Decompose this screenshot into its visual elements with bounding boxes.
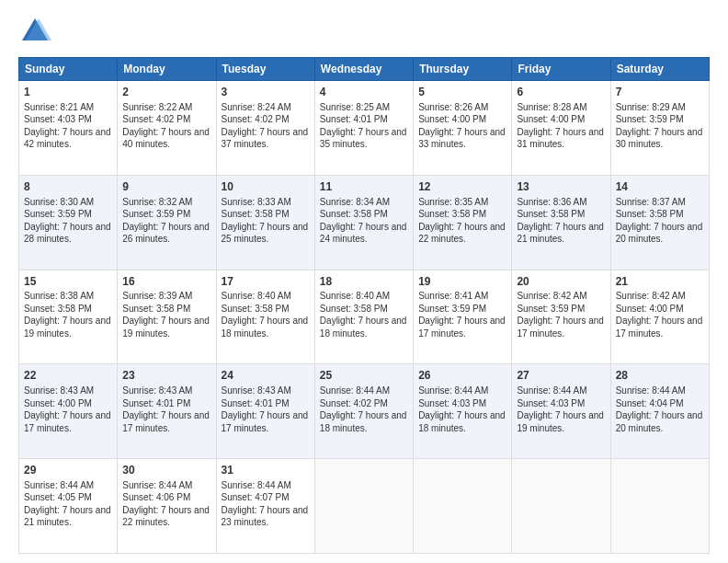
day-cell (314, 459, 413, 554)
day-number: 7 (616, 85, 704, 100)
cell-content: Sunrise: 8:44 AMSunset: 4:03 PMDaylight:… (517, 385, 605, 434)
day-cell (512, 459, 610, 554)
cell-content: Sunrise: 8:40 AMSunset: 3:58 PMDaylight:… (222, 290, 310, 339)
day-number: 22 (24, 368, 112, 384)
cell-content: Sunrise: 8:44 AMSunset: 4:02 PMDaylight:… (320, 385, 408, 434)
day-cell: 22 Sunrise: 8:43 AMSunset: 4:00 PMDaylig… (19, 364, 118, 459)
cell-content: Sunrise: 8:44 AMSunset: 4:04 PMDaylight:… (616, 385, 704, 434)
day-cell: 13 Sunrise: 8:36 AMSunset: 3:58 PMDaylig… (512, 175, 610, 270)
cell-content: Sunrise: 8:22 AMSunset: 4:02 PMDaylight:… (122, 101, 210, 151)
logo (18, 15, 55, 48)
cell-content: Sunrise: 8:44 AMSunset: 4:07 PMDaylight:… (222, 479, 310, 529)
cell-content: Sunrise: 8:42 AMSunset: 4:00 PMDaylight:… (616, 290, 704, 339)
day-cell (414, 459, 512, 554)
day-cell: 26 Sunrise: 8:44 AMSunset: 4:03 PMDaylig… (414, 364, 512, 459)
day-cell: 5 Sunrise: 8:26 AMSunset: 4:00 PMDayligh… (414, 81, 512, 176)
cell-content: Sunrise: 8:25 AMSunset: 4:01 PMDaylight:… (320, 101, 408, 151)
day-cell: 16 Sunrise: 8:39 AMSunset: 3:58 PMDaylig… (118, 270, 216, 364)
cell-content: Sunrise: 8:28 AMSunset: 4:00 PMDaylight:… (517, 101, 605, 151)
col-header-thursday: Thursday (414, 58, 512, 81)
day-cell: 9 Sunrise: 8:32 AMSunset: 3:59 PMDayligh… (118, 175, 216, 270)
day-number: 6 (517, 85, 605, 100)
day-cell: 24 Sunrise: 8:43 AMSunset: 4:01 PMDaylig… (216, 364, 314, 459)
cell-content: Sunrise: 8:21 AMSunset: 4:03 PMDaylight:… (24, 101, 112, 151)
logo-icon (18, 15, 51, 48)
cell-content: Sunrise: 8:44 AMSunset: 4:03 PMDaylight:… (418, 385, 506, 434)
cell-content: Sunrise: 8:43 AMSunset: 4:00 PMDaylight:… (24, 385, 112, 434)
cell-content: Sunrise: 8:24 AMSunset: 4:02 PMDaylight:… (222, 101, 310, 151)
cell-content: Sunrise: 8:35 AMSunset: 3:58 PMDaylight:… (418, 196, 506, 246)
day-cell: 15 Sunrise: 8:38 AMSunset: 3:58 PMDaylig… (19, 270, 118, 364)
week-row-2: 8 Sunrise: 8:30 AMSunset: 3:59 PMDayligh… (19, 175, 710, 270)
day-cell: 29 Sunrise: 8:44 AMSunset: 4:05 PMDaylig… (19, 459, 118, 554)
day-number: 5 (418, 85, 506, 100)
cell-content: Sunrise: 8:26 AMSunset: 4:00 PMDaylight:… (418, 101, 506, 151)
page: SundayMondayTuesdayWednesdayThursdayFrid… (0, 0, 728, 563)
week-row-3: 15 Sunrise: 8:38 AMSunset: 3:58 PMDaylig… (19, 270, 710, 364)
day-number: 27 (517, 368, 605, 384)
day-cell: 27 Sunrise: 8:44 AMSunset: 4:03 PMDaylig… (512, 364, 610, 459)
day-number: 17 (222, 274, 310, 290)
day-number: 25 (320, 368, 408, 384)
day-number: 2 (122, 85, 210, 100)
cell-content: Sunrise: 8:32 AMSunset: 3:59 PMDaylight:… (122, 196, 210, 246)
day-cell: 21 Sunrise: 8:42 AMSunset: 4:00 PMDaylig… (610, 270, 709, 364)
calendar-table: SundayMondayTuesdayWednesdayThursdayFrid… (18, 57, 710, 554)
day-number: 21 (616, 274, 704, 290)
day-cell: 28 Sunrise: 8:44 AMSunset: 4:04 PMDaylig… (610, 364, 709, 459)
day-cell: 4 Sunrise: 8:25 AMSunset: 4:01 PMDayligh… (314, 81, 413, 176)
day-number: 31 (222, 463, 310, 478)
day-cell: 8 Sunrise: 8:30 AMSunset: 3:59 PMDayligh… (19, 175, 118, 270)
cell-content: Sunrise: 8:39 AMSunset: 3:58 PMDaylight:… (122, 290, 210, 339)
cell-content: Sunrise: 8:44 AMSunset: 4:06 PMDaylight:… (122, 479, 210, 529)
day-number: 1 (24, 85, 112, 100)
day-cell: 18 Sunrise: 8:40 AMSunset: 3:58 PMDaylig… (314, 270, 413, 364)
day-cell: 7 Sunrise: 8:29 AMSunset: 3:59 PMDayligh… (610, 81, 709, 176)
day-number: 29 (24, 463, 112, 478)
cell-content: Sunrise: 8:41 AMSunset: 3:59 PMDaylight:… (418, 290, 506, 339)
col-header-tuesday: Tuesday (216, 58, 314, 81)
day-cell: 19 Sunrise: 8:41 AMSunset: 3:59 PMDaylig… (414, 270, 512, 364)
day-cell: 20 Sunrise: 8:42 AMSunset: 3:59 PMDaylig… (512, 270, 610, 364)
week-row-1: 1 Sunrise: 8:21 AMSunset: 4:03 PMDayligh… (19, 81, 710, 176)
day-number: 28 (616, 368, 704, 384)
cell-content: Sunrise: 8:33 AMSunset: 3:58 PMDaylight:… (222, 196, 310, 246)
day-number: 8 (24, 179, 112, 195)
day-number: 19 (418, 274, 506, 290)
day-cell (610, 459, 709, 554)
day-number: 10 (222, 179, 310, 195)
day-number: 16 (122, 274, 210, 290)
day-cell: 25 Sunrise: 8:44 AMSunset: 4:02 PMDaylig… (314, 364, 413, 459)
day-number: 11 (320, 179, 408, 195)
day-cell: 30 Sunrise: 8:44 AMSunset: 4:06 PMDaylig… (118, 459, 216, 554)
day-number: 20 (517, 274, 605, 290)
col-header-sunday: Sunday (19, 58, 118, 81)
cell-content: Sunrise: 8:42 AMSunset: 3:59 PMDaylight:… (517, 290, 605, 339)
col-header-saturday: Saturday (610, 58, 709, 81)
cell-content: Sunrise: 8:30 AMSunset: 3:59 PMDaylight:… (24, 196, 112, 246)
day-cell: 31 Sunrise: 8:44 AMSunset: 4:07 PMDaylig… (216, 459, 314, 554)
day-number: 26 (418, 368, 506, 384)
day-number: 15 (24, 274, 112, 290)
day-number: 13 (517, 179, 605, 195)
day-number: 18 (320, 274, 408, 290)
day-cell: 10 Sunrise: 8:33 AMSunset: 3:58 PMDaylig… (216, 175, 314, 270)
day-number: 3 (222, 85, 310, 100)
cell-content: Sunrise: 8:37 AMSunset: 3:58 PMDaylight:… (616, 196, 704, 246)
cell-content: Sunrise: 8:44 AMSunset: 4:05 PMDaylight:… (24, 479, 112, 529)
day-number: 4 (320, 85, 408, 100)
day-cell: 17 Sunrise: 8:40 AMSunset: 3:58 PMDaylig… (216, 270, 314, 364)
cell-content: Sunrise: 8:38 AMSunset: 3:58 PMDaylight:… (24, 290, 112, 339)
day-number: 30 (122, 463, 210, 478)
cell-content: Sunrise: 8:34 AMSunset: 3:58 PMDaylight:… (320, 196, 408, 246)
day-number: 12 (418, 179, 506, 195)
week-row-4: 22 Sunrise: 8:43 AMSunset: 4:00 PMDaylig… (19, 364, 710, 459)
day-cell: 2 Sunrise: 8:22 AMSunset: 4:02 PMDayligh… (118, 81, 216, 176)
day-cell: 3 Sunrise: 8:24 AMSunset: 4:02 PMDayligh… (216, 81, 314, 176)
cell-content: Sunrise: 8:36 AMSunset: 3:58 PMDaylight:… (517, 196, 605, 246)
day-number: 14 (616, 179, 704, 195)
day-cell: 11 Sunrise: 8:34 AMSunset: 3:58 PMDaylig… (314, 175, 413, 270)
cell-content: Sunrise: 8:29 AMSunset: 3:59 PMDaylight:… (616, 101, 704, 151)
cell-content: Sunrise: 8:40 AMSunset: 3:58 PMDaylight:… (320, 290, 408, 339)
day-cell: 1 Sunrise: 8:21 AMSunset: 4:03 PMDayligh… (19, 81, 118, 176)
